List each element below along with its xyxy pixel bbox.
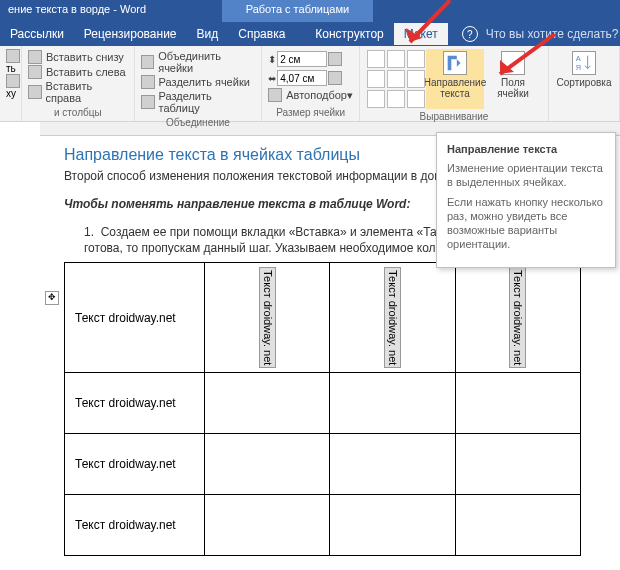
- align-mr[interactable]: [407, 70, 425, 88]
- autofit-button[interactable]: Автоподбор ▾: [268, 88, 353, 102]
- tooltip-title: Направление текста: [447, 143, 605, 155]
- group-alignment: Выравнивание: [366, 109, 542, 122]
- table-anchor-icon[interactable]: ✥: [45, 291, 59, 305]
- table-row: Текст droidway.net: [65, 373, 581, 434]
- align-tc[interactable]: [387, 50, 405, 68]
- sort-icon: AЯ: [572, 51, 596, 75]
- cell-vertical[interactable]: Текст droidway. net: [330, 263, 455, 373]
- row-below-icon: [28, 50, 42, 64]
- dist-cols-icon[interactable]: [328, 71, 342, 85]
- split-cells-button[interactable]: Разделить ячейки: [141, 75, 256, 89]
- tab-mailings[interactable]: Рассылки: [0, 23, 74, 45]
- text-direction-button[interactable]: Направление текста: [426, 49, 484, 109]
- cell-horizontal[interactable]: Текст droidway.net: [65, 373, 205, 434]
- cell-vertical[interactable]: Текст droidway. net: [455, 263, 580, 373]
- col-right-icon: [28, 85, 42, 99]
- sort-button[interactable]: AЯ Сортировка: [555, 49, 613, 90]
- tooltip-desc-1: Изменение ориентации текста в выделенных…: [447, 161, 605, 189]
- cell-horizontal[interactable]: Текст droidway.net: [65, 434, 205, 495]
- tell-me-input[interactable]: Что вы хотите сделать?: [486, 27, 619, 41]
- tab-layout[interactable]: Макет: [394, 23, 448, 45]
- align-bc[interactable]: [387, 90, 405, 108]
- tab-view[interactable]: Вид: [187, 23, 229, 45]
- insert-right-button[interactable]: Вставить справа: [28, 80, 128, 104]
- cell-horizontal[interactable]: Текст droidway.net: [65, 495, 205, 556]
- cell-margins-button[interactable]: Поля ячейки: [484, 49, 542, 109]
- insert-below-button[interactable]: Вставить снизу: [28, 50, 128, 64]
- ribbon-tabs: Рассылки Рецензирование Вид Справка Конс…: [0, 22, 620, 46]
- align-ml[interactable]: [367, 70, 385, 88]
- table-row: Текст droidway.net: [65, 495, 581, 556]
- col-left-icon: [28, 65, 42, 79]
- title-bar: ение текста в ворде - Word Работа с табл…: [0, 0, 620, 22]
- insert-icon[interactable]: [6, 74, 20, 88]
- tab-review[interactable]: Рецензирование: [74, 23, 187, 45]
- split-icon: [141, 75, 155, 89]
- merge-icon: [141, 55, 155, 69]
- row-height-input[interactable]: [277, 51, 327, 67]
- ribbon: тьху Вставить снизу Вставить слева Встав…: [0, 46, 620, 122]
- cell-vertical[interactable]: Текст droidway. net: [205, 263, 330, 373]
- contextual-tab-title: Работа с таблицами: [222, 0, 373, 22]
- cell-horizontal[interactable]: Текст droidway.net: [65, 263, 205, 373]
- document-title: ение текста в ворде - Word: [0, 0, 222, 22]
- table-row: Текст droidway.net: [65, 434, 581, 495]
- align-br[interactable]: [407, 90, 425, 108]
- split-table-icon: [141, 95, 155, 109]
- group-rows-cols: и столбцы: [28, 105, 128, 118]
- dist-rows-icon[interactable]: [328, 52, 342, 66]
- delete-icon[interactable]: [6, 49, 20, 63]
- group-merge: Объединение: [141, 115, 256, 128]
- align-bl[interactable]: [367, 90, 385, 108]
- insert-left-button[interactable]: Вставить слева: [28, 65, 128, 79]
- text-direction-icon: [443, 51, 467, 75]
- tooltip-desc-2: Если нажать кнопку несколько раз, можно …: [447, 195, 605, 251]
- table-row: Текст droidway.net Текст droidway. net Т…: [65, 263, 581, 373]
- doc-bold-line: Чтобы поменять направление текста в табл…: [64, 197, 410, 211]
- svg-text:Я: Я: [576, 63, 581, 72]
- svg-text:A: A: [576, 54, 581, 63]
- align-mc[interactable]: [387, 70, 405, 88]
- example-table[interactable]: Текст droidway.net Текст droidway. net Т…: [64, 262, 581, 556]
- tab-help[interactable]: Справка: [228, 23, 295, 45]
- split-table-button[interactable]: Разделить таблицу: [141, 90, 256, 114]
- align-tr[interactable]: [407, 50, 425, 68]
- merge-cells-button[interactable]: Объединить ячейки: [141, 50, 256, 74]
- group-cell-size: Размер ячейки: [268, 105, 353, 118]
- tab-design[interactable]: Конструктор: [305, 23, 393, 45]
- margins-icon: [501, 51, 525, 75]
- align-tl[interactable]: [367, 50, 385, 68]
- tooltip-text-direction: Направление текста Изменение ориентации …: [436, 132, 616, 268]
- autofit-icon: [268, 88, 282, 102]
- col-width-input[interactable]: [277, 70, 327, 86]
- help-icon[interactable]: ?: [462, 26, 478, 42]
